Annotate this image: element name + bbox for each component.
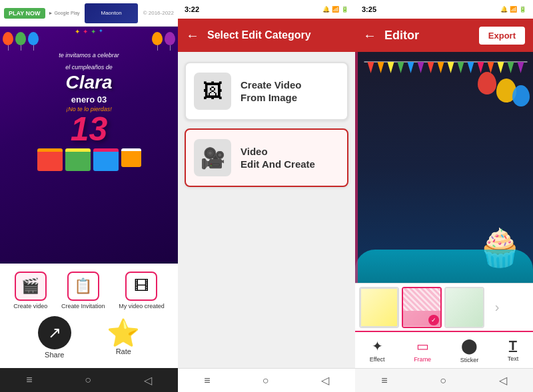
header-p2: ← Select Edit Category <box>178 19 355 52</box>
category-video-edit[interactable]: 🎥 Video Edit And Create <box>185 128 348 187</box>
bg-pattern <box>178 220 355 369</box>
thumbnail-item[interactable] <box>359 287 399 328</box>
effect-tool[interactable]: ✦ Effect <box>370 338 385 363</box>
rate-star-icon[interactable]: ⭐ <box>107 319 140 346</box>
panel-main: PLAY NOW ► Google Play Maonton © 2016-20… <box>0 0 178 392</box>
create-invitation-label: Create Invitation <box>61 303 105 309</box>
sticker-tool[interactable]: ⬤ Sticker <box>460 337 479 363</box>
page-title-p2: Select Edit Category <box>207 29 311 41</box>
invite-line1: te invitamos a celebrar <box>59 52 119 59</box>
create-video-icon-box: 🎬 <box>15 272 47 301</box>
nav-home-icon-p3[interactable]: ○ <box>440 375 446 387</box>
frame-tool[interactable]: ▭ Frame <box>414 338 431 363</box>
my-video-item[interactable]: 🎞 My video created <box>119 272 165 309</box>
create-invitation-icon-box: 📋 <box>67 272 99 301</box>
svg-marker-15 <box>518 62 524 73</box>
signal-icon-p3: 📶 <box>510 6 517 13</box>
svg-marker-2 <box>388 62 394 73</box>
export-button[interactable]: Export <box>479 27 525 45</box>
nav-bar-panel1: ≡ ○ ◁ <box>0 368 178 392</box>
google-play-label: ► Google Play <box>49 11 80 15</box>
svg-marker-3 <box>398 62 404 73</box>
frame-icon: ▭ <box>416 338 429 354</box>
back-button-p2[interactable]: ← <box>186 28 199 43</box>
birthday-date: enero 03 <box>59 95 119 104</box>
share-item[interactable]: ↗ Share <box>38 316 71 359</box>
thumb-inner-1 <box>360 288 398 327</box>
create-invitation-item[interactable]: 📋 Create Invitation <box>61 272 105 309</box>
status-time-p3: 3:25 <box>362 5 376 13</box>
gifts-area <box>37 148 141 171</box>
gift-green <box>65 148 91 171</box>
category-label-1a: Create Video <box>241 79 301 92</box>
image-film-icon: 🖼 <box>203 80 223 102</box>
thumbnail-item[interactable] <box>444 287 484 328</box>
create-video-icon: 🎬 <box>21 278 39 295</box>
effect-icon: ✦ <box>372 338 383 354</box>
editor-title: Editor <box>384 29 419 43</box>
nav-menu-icon-p3[interactable]: ≡ <box>381 375 387 387</box>
create-video-from-image-icon: 🖼 <box>194 73 231 110</box>
create-invitation-icon: 📋 <box>74 278 92 295</box>
canvas-background: 🧁 <box>355 52 533 283</box>
svg-marker-9 <box>458 62 464 73</box>
svg-marker-11 <box>478 62 484 73</box>
nav-home-icon-p2[interactable]: ○ <box>263 375 269 387</box>
my-video-label: My video created <box>119 303 165 309</box>
svg-marker-7 <box>438 62 444 73</box>
status-icons-p2: 🔔 📶 🔋 <box>322 6 348 13</box>
back-button-p3[interactable]: ← <box>363 28 376 43</box>
canvas-wave <box>355 250 533 283</box>
ad-banner[interactable]: PLAY NOW ► Google Play Maonton © 2016-20… <box>0 0 178 27</box>
category-video-edit-text: Video Edit And Create <box>241 145 315 171</box>
gift-red <box>37 148 63 171</box>
nav-back-icon[interactable]: ◁ <box>144 374 152 387</box>
battery-icon-p3: 🔋 <box>519 6 526 13</box>
text-label: Text <box>508 355 519 362</box>
nav-menu-icon-p2[interactable]: ≡ <box>204 375 210 387</box>
age-number: 13 <box>71 112 108 146</box>
thumbnail-strip[interactable]: ✓ › <box>355 283 533 331</box>
frame-label: Frame <box>414 356 431 363</box>
svg-marker-6 <box>428 62 434 73</box>
gift-orange <box>121 148 141 167</box>
svg-marker-13 <box>498 62 504 73</box>
sticker-icon: ⬤ <box>461 337 478 355</box>
share-icon: ↗ <box>48 323 61 342</box>
status-time-p2: 3:22 <box>185 5 199 13</box>
share-label: Share <box>45 351 64 359</box>
play-now-button[interactable]: PLAY NOW <box>4 8 45 19</box>
svg-marker-4 <box>408 62 414 73</box>
create-video-label: Create video <box>13 303 47 309</box>
birthday-card: ✦ ✦ ✦ ✦ te invitamos a celebrar el cumpl… <box>0 27 178 264</box>
svg-marker-0 <box>368 62 374 73</box>
confetti: ✦ ✦ ✦ ✦ <box>0 27 178 35</box>
thumbnail-item-selected[interactable]: ✓ <box>402 287 442 328</box>
text-icon: T <box>509 338 517 353</box>
rate-item[interactable]: ⭐ Rate <box>107 319 140 355</box>
canvas-left-border <box>355 52 358 283</box>
nav-back-icon-p2[interactable]: ◁ <box>321 374 329 387</box>
battery-icon: 🔋 <box>341 6 348 13</box>
action-row: 🎬 Create video 📋 Create Invitation 🎞 My … <box>0 269 178 312</box>
signal-icon: 📶 <box>332 6 339 13</box>
rate-label: Rate <box>116 347 131 355</box>
text-tool[interactable]: T Text <box>508 338 519 362</box>
nav-menu-icon[interactable]: ≡ <box>26 374 32 386</box>
nav-bar-p2: ≡ ○ ◁ <box>178 368 355 392</box>
editor-toolbar: ✦ Effect ▭ Frame ⬤ Sticker T Text <box>355 331 533 368</box>
nav-home-icon[interactable]: ○ <box>85 374 91 386</box>
bottom-actions: 🎬 Create video 📋 Create Invitation 🎞 My … <box>0 264 178 368</box>
my-video-icon: 🎞 <box>134 278 149 295</box>
canvas-balloon-blue <box>512 85 530 106</box>
share-button[interactable]: ↗ <box>38 316 71 349</box>
nav-back-icon-p3[interactable]: ◁ <box>499 374 507 387</box>
video-edit-icon-box: 🎥 <box>194 139 231 176</box>
header-p3: ← Editor Export <box>355 19 533 52</box>
editor-canvas: 🧁 <box>355 52 533 283</box>
effect-label: Effect <box>370 356 385 363</box>
status-bar-p2: 3:22 🔔 📶 🔋 <box>178 0 355 19</box>
panel-select-category: 3:22 🔔 📶 🔋 ← Select Edit Category 🖼 Crea… <box>178 0 355 392</box>
create-video-item[interactable]: 🎬 Create video <box>13 272 47 309</box>
category-create-video[interactable]: 🖼 Create Video From Image <box>185 62 348 120</box>
